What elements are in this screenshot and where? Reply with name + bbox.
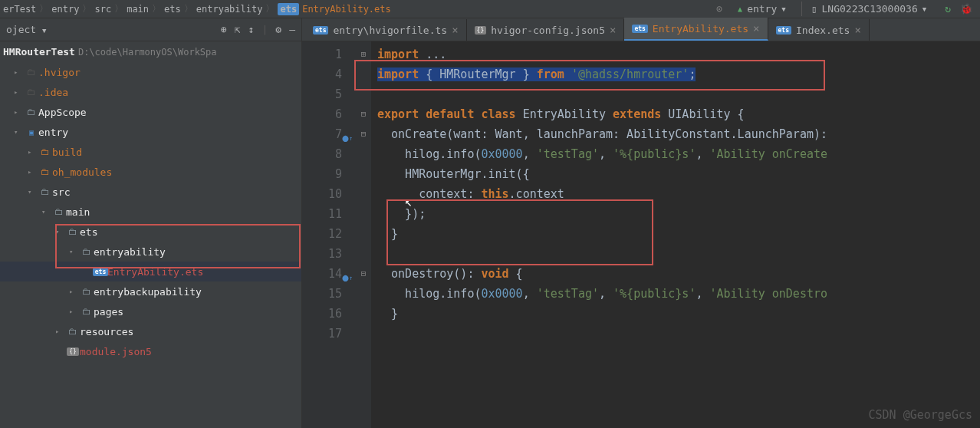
tree-item-build[interactable]: ▸🗀build [0,142,301,162]
tree-item-entrybackupability[interactable]: ▸🗀entrybackupability [0,281,301,301]
line-number[interactable]: 13 [302,244,342,264]
tree-arrow-icon[interactable]: ▸ [69,308,80,315]
fold-toggle-icon[interactable] [356,324,371,344]
line-number[interactable]: 12 [302,224,342,244]
line-number[interactable]: 15 [302,284,342,304]
code-line[interactable] [377,84,980,104]
tree-item-main[interactable]: ▾🗀main [0,202,301,222]
crumb-item[interactable]: main [127,4,149,15]
tree-arrow-icon[interactable]: ▸ [14,88,25,96]
tree-item-resources[interactable]: ▸🗀resources [0,321,301,341]
code-line[interactable]: } [377,304,980,324]
crumb-active-file[interactable]: EntryAbility.ets [302,4,391,15]
fold-toggle-icon[interactable] [356,184,371,204]
override-mark-icon[interactable]: ⬤↑ [342,129,353,149]
fold-toggle-icon[interactable] [356,244,371,264]
tree-arrow-icon[interactable]: ▸ [55,328,66,335]
tree-arrow-icon[interactable]: ▾ [55,228,66,235]
code-line[interactable]: onCreate(want: Want, launchParam: Abilit… [377,124,980,144]
tree-item--idea[interactable]: ▸🗀.idea [0,82,301,102]
fold-toggle-icon[interactable] [356,84,371,104]
line-number[interactable]: 1 [302,44,342,64]
target-icon[interactable]: ⊕ [221,24,227,35]
fold-toggle-icon[interactable] [356,284,371,304]
fold-toggle-icon[interactable] [356,164,371,184]
gear-icon[interactable]: ⚙ [275,24,281,35]
code-line[interactable]: HMRouterMgr.init({ [377,164,980,184]
close-icon[interactable]: × [610,24,616,36]
tree-arrow-icon[interactable]: ▸ [14,108,25,116]
line-number[interactable]: 11 [302,204,342,224]
minimize-icon[interactable]: — [289,24,295,35]
tree-arrow-icon[interactable]: ▸ [28,148,38,156]
code-line[interactable]: import ... [377,44,980,64]
tab-hvigor-config-json5[interactable]: {}hvigor-config.json5× [467,19,625,41]
code-content[interactable]: import ...import { HMRouterMgr } from '@… [371,41,980,428]
fold-toggle-icon[interactable] [356,204,371,224]
crumb-item[interactable]: entry [51,4,79,15]
expand-icon[interactable]: ↕ [248,24,255,35]
tree-item-src[interactable]: ▾🗀src [0,182,301,202]
line-number[interactable]: 10 [302,184,342,204]
close-icon[interactable]: × [854,24,860,36]
tree-arrow-icon[interactable]: ▾ [14,128,25,136]
code-line[interactable]: hilog.info(0x0000, 'testTag', '%{public}… [377,284,980,304]
fold-toggle-icon[interactable] [356,224,371,244]
fold-toggle-icon[interactable]: ⊟ [356,124,371,144]
code-editor[interactable]: 14567⬤↑891011121314⬤↑151617 ⊞⊟⊟⊟ import … [302,41,980,428]
code-line[interactable]: context: this.context [377,184,980,204]
device-selector[interactable]: ▯ LNG0223C13000036 ▼ [801,2,936,16]
code-line[interactable]: import { HMRouterMgr } from '@hadss/hmro… [377,64,980,84]
line-number[interactable]: 14⬤↑ [302,264,342,284]
fold-toggle-icon[interactable]: ⊟ [356,104,371,124]
tree-item-entryability-ets[interactable]: etsEntryAbility.ets [0,262,301,281]
override-mark-icon[interactable]: ⬤↑ [342,268,353,288]
action-icon[interactable]: ↻ [945,3,951,15]
tree-arrow-icon[interactable]: ▸ [69,288,80,295]
code-line[interactable]: export default class EntryAbility extend… [377,104,980,124]
code-line[interactable] [377,324,980,344]
tree-arrow-icon[interactable]: ▸ [28,168,38,176]
tree-item-oh-modules[interactable]: ▸🗀oh_modules [0,162,301,182]
line-number[interactable]: 16 [302,304,342,324]
tree-item-entryability[interactable]: ▾🗀entryability [0,242,301,262]
line-number[interactable]: 17 [302,324,342,344]
tree-item-pages[interactable]: ▸🗀pages [0,301,301,321]
tree-arrow-icon[interactable]: ▸ [14,68,25,76]
tree-item-appscope[interactable]: ▸🗀AppScope [0,102,301,122]
build-icon[interactable]: ⊙ [716,3,722,15]
line-number[interactable]: 7⬤↑ [302,124,342,144]
fold-toggle-icon[interactable] [356,144,371,164]
fold-toggle-icon[interactable] [356,64,371,84]
tree-arrow-icon[interactable]: ▾ [69,248,80,255]
fold-toggle-icon[interactable]: ⊞ [356,44,371,64]
close-icon[interactable]: × [753,22,759,35]
tab-index-ets[interactable]: etsIndex.ets× [768,19,870,41]
crumb-item[interactable]: erTest [3,4,36,15]
line-number[interactable]: 9 [302,164,342,184]
collapse-icon[interactable]: ⇱ [235,24,241,35]
tree-item-entry[interactable]: ▾▣entry [0,122,301,142]
code-line[interactable]: onDestroy(): void { [377,264,980,284]
code-line[interactable] [377,244,980,264]
line-number[interactable]: 8 [302,144,342,164]
tree-item-ets[interactable]: ▾🗀ets [0,222,301,242]
tree-arrow-icon[interactable]: ▾ [28,188,38,196]
tree-arrow-icon[interactable]: ▾ [41,208,52,216]
crumb-item[interactable]: src [94,4,111,15]
tab-entryability-ets[interactable]: etsEntryAbility.ets× [624,18,768,41]
tree-item--hvigor[interactable]: ▸🗀.hvigor [0,62,301,82]
code-line[interactable]: }); [377,204,980,224]
crumb-item[interactable]: entryability [196,4,263,15]
line-number[interactable]: 5 [302,84,342,104]
run-config-selector[interactable]: ▲ entry ▼ [732,2,792,16]
project-dropdown[interactable]: oject ▼ [6,24,46,35]
fold-toggle-icon[interactable] [356,304,371,324]
crumb-item[interactable]: ets [164,4,181,15]
tab-entry-hvigorfile-ts[interactable]: etsentry\hvigorfile.ts× [305,19,467,41]
tree-item-module-json5[interactable]: {}module.json5 [0,341,301,361]
breadcrumb[interactable]: erTest〉 entry〉 src〉 main〉 ets〉 entryabil… [0,2,391,15]
line-number[interactable]: 6 [302,104,342,124]
fold-toggle-icon[interactable]: ⊟ [356,264,371,284]
close-icon[interactable]: × [452,24,458,36]
